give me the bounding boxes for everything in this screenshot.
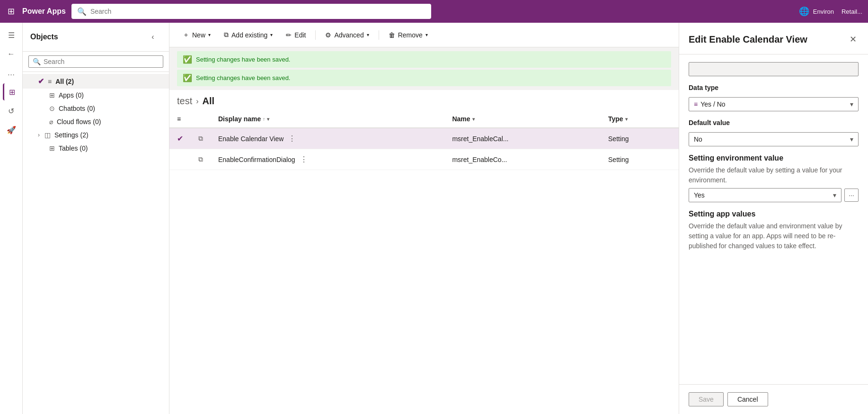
more-options-button[interactable]: ··· [844,189,859,202]
sidebar-item-chatbots[interactable]: ⊙ Chatbots (0) [23,102,169,115]
sidebar-icon-table[interactable]: ⊞ [3,83,20,100]
sidebar-item-apps[interactable]: ⊞ Apps (0) [23,89,169,102]
delete-icon: 🗑 [389,31,395,39]
setting-app-section: Setting app values Override the default … [689,210,859,251]
panel-title: Edit Enable Calendar View [689,34,807,45]
settings-icon: ◫ [44,131,51,139]
setting-env-title: Setting environment value [689,154,859,162]
settings-table: ≡ Display name ↑ ▾ Name [169,110,679,170]
sidebar-item-cloud-flows[interactable]: ⌀ Cloud flows (0) [23,115,169,128]
th-row-icon [191,110,211,128]
objects-search-container: 🔍 [23,52,169,72]
default-value-label: Default value [689,119,859,126]
sidebar-item-label-apps: Apps (0) [59,91,84,99]
filter-icon-2[interactable]: ▾ [472,117,475,122]
sidebar-item-tables[interactable]: ⊞ Tables (0) [23,142,169,155]
sidebar-item-label-tables: Tables (0) [59,144,88,152]
col-name-label: Name [452,115,470,123]
notifications-area: ✅ Setting changes have been saved. ✅ Set… [169,47,679,90]
notification-1: ✅ Setting changes have been saved. [177,51,671,68]
filter-icon[interactable]: ▾ [267,117,269,122]
check-circle-icon-2: ✅ [183,73,192,82]
app-title: Power Apps [22,7,66,16]
row-1-icon: ⧉ [191,128,211,149]
sidebar-item-settings[interactable]: › ◫ Settings (2) [23,128,169,142]
default-value-section: Default value No ▾ [689,119,859,146]
toolbar-divider-2 [379,30,379,40]
row-2-kebab[interactable]: ⋮ [297,154,310,165]
waffle-icon[interactable]: ⊞ [6,4,17,18]
filter-icon-3[interactable]: ▾ [625,117,628,122]
env-value-dropdown[interactable]: Yes ▾ [689,188,841,202]
sidebar-icon-back[interactable]: ← [3,45,20,63]
breadcrumb-parent[interactable]: test [177,96,192,107]
cancel-button[interactable]: Cancel [727,392,768,406]
panel-name-input[interactable] [689,62,859,76]
new-label: New [192,31,205,39]
objects-search-box[interactable]: 🔍 [28,55,163,68]
edit-label: Edit [294,31,306,39]
new-button[interactable]: ＋ New ▾ [177,28,216,42]
th-name[interactable]: Name ▾ [444,110,601,128]
table-container: ≡ Display name ↑ ▾ Name [169,110,679,414]
sidebar-icon-home[interactable]: ☰ [3,27,20,44]
global-search-input[interactable] [90,8,425,15]
sidebar-icon-publish[interactable]: 🚀 [3,121,20,138]
panel-body: Data type ≡ Yes / No ▾ Default value No … [679,54,868,384]
main-layout: ☰ ← … ⊞ ↺ 🚀 Objects ‹ 🔍 ✔ ≡ All (2) [0,23,868,414]
collapse-sidebar-button[interactable]: ‹ [144,28,161,45]
toolbar: ＋ New ▾ ⧉ Add existing ▾ ✏ Edit ⚙ Advanc… [169,23,679,47]
objects-search-input[interactable] [44,58,159,65]
data-type-dropdown[interactable]: ≡ Yes / No ▾ [689,97,859,111]
tables-icon: ⊞ [49,144,55,152]
table-row[interactable]: ⧉ EnableConfirmationDialog ⋮ msret_Enabl… [169,149,679,170]
advanced-button[interactable]: ⚙ Advanced ▾ [319,28,374,42]
env-value-row: Yes ▾ ··· [689,188,859,202]
sidebar-icon-dots[interactable]: … [3,64,20,81]
cloud-flows-icon: ⌀ [49,118,53,126]
remove-label: Remove [398,31,423,39]
advanced-label: Advanced [334,31,363,39]
th-display-name[interactable]: Display name ↑ ▾ [211,110,444,128]
panel-header: Edit Enable Calendar View ✕ [679,23,868,54]
env-name: Environ [813,8,834,15]
chevron-down-icon: ▾ [208,32,211,37]
sidebar-item-label-settings: Settings (2) [54,131,89,139]
edit-button[interactable]: ✏ Edit [280,28,311,42]
add-existing-button[interactable]: ⧉ Add existing ▾ [218,28,278,42]
list-icon: ≡ [694,100,698,108]
main-content: ＋ New ▾ ⧉ Add existing ▾ ✏ Edit ⚙ Advanc… [169,23,679,414]
table-row[interactable]: ✔ ⧉ Enable Calendar View ⋮ msret_EnableC… [169,128,679,149]
row-1-type: Setting [601,128,679,149]
breadcrumb-current: All [203,96,215,107]
row-2-name: msret_EnableCo... [444,149,601,170]
checkmark-icon: ✔ [38,77,44,86]
row-2-display-name: EnableConfirmationDialog ⋮ [211,149,444,170]
remove-button[interactable]: 🗑 Remove ▾ [383,28,434,42]
chevron-right-icon: › [38,132,40,138]
row-1-kebab[interactable]: ⋮ [285,133,299,144]
row-1-name: msret_EnableCal... [444,128,601,149]
sidebar-icon-history[interactable]: ↺ [3,102,20,119]
chevron-down-icon-3: ▾ [833,191,836,199]
data-type-section: Data type ≡ Yes / No ▾ [689,84,859,111]
default-value-dropdown[interactable]: No ▾ [689,132,859,146]
save-button[interactable]: Save [689,392,724,406]
objects-sidebar: Objects ‹ 🔍 ✔ ≡ All (2) ⊞ Apps (0) [23,23,169,414]
data-type-label: Data type [689,84,859,91]
sidebar-item-label-all: All (2) [55,78,74,85]
sidebar-item-all[interactable]: ✔ ≡ All (2) [23,74,169,89]
top-nav: ⊞ Power Apps 🔍 🌐 Environ Retail... [0,0,868,23]
check-icon: ✔ [177,135,183,143]
right-panel: Edit Enable Calendar View ✕ Data type ≡ … [679,23,868,414]
chevron-down-icon-3: ▾ [367,32,369,37]
chevron-down-icon-2: ▾ [850,135,853,143]
th-type[interactable]: Type ▾ [601,110,679,128]
global-search-box[interactable]: 🔍 [71,4,431,19]
panel-close-button[interactable]: ✕ [848,32,859,46]
edit-icon: ✏ [286,31,292,39]
panel-footer: Save Cancel [679,384,868,414]
chevron-down-icon: ▾ [850,100,853,108]
th-checkbox: ≡ [169,110,191,128]
row-2-type: Setting [601,149,679,170]
